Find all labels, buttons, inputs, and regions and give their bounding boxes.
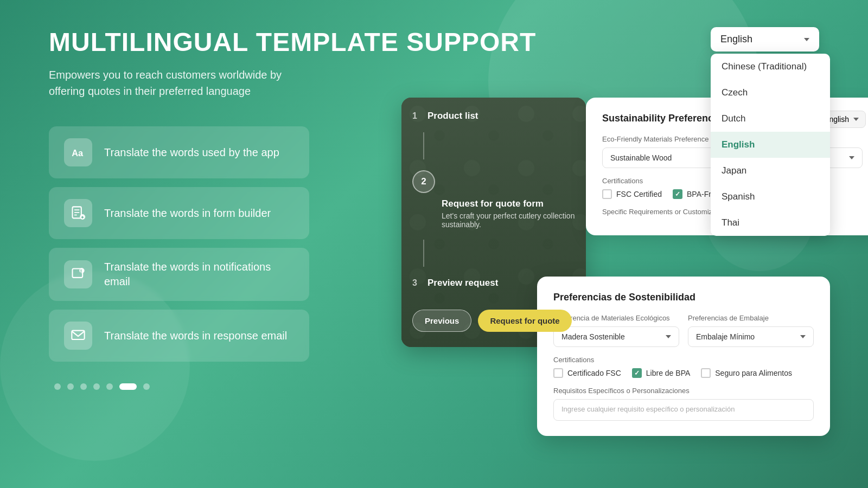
cert-foodsafe-es-checkbox[interactable] [701, 368, 711, 378]
photo-background: 1 Product list 2 Request for quote form … [401, 98, 586, 347]
dot-1[interactable] [54, 383, 61, 390]
step-line-1 [423, 132, 424, 159]
step-1-number: 1 [412, 111, 421, 121]
notification-icon: ! [64, 260, 92, 288]
eco-field-col: Eco-Friendly Materials Preference Sustai… [602, 135, 728, 168]
language-selector-wrapper: English Chinese (Traditional) Czech Dutc… [711, 27, 819, 52]
cert-fsc-en: FSC Certified [602, 189, 662, 199]
form-es-fields-row: Preferencia de Materiales Ecológicos Mad… [553, 314, 814, 347]
request-quote-button[interactable]: Request for quote [478, 310, 571, 332]
feature-response-email-label: Translate the words in response email [104, 329, 287, 343]
svg-text:Aa: Aa [72, 148, 84, 158]
eco-select-value: Sustainable Wood [610, 153, 672, 162]
step-2-label: Request for quote form [442, 198, 575, 209]
lang-option-english[interactable]: English [711, 132, 830, 158]
step-2: 2 [412, 170, 575, 193]
page-title: MULTILINGUAL TEMPLATE SUPPORT [49, 27, 819, 57]
pack-es-select-value: Embalaje Mínimo [696, 332, 755, 341]
lang-option-japan[interactable]: Japan [711, 158, 830, 184]
step-3-label: Preview request [427, 278, 498, 288]
dot-6-active[interactable] [119, 383, 137, 390]
eco-select[interactable]: Sustainable Wood [602, 147, 728, 168]
svg-rect-10 [72, 331, 84, 339]
cert-fsc-es-checkbox[interactable] [553, 368, 563, 378]
step-3: 3 Preview request [412, 278, 575, 288]
cert-foodsafe-es-label: Seguro para Alimentos [715, 369, 792, 377]
pack-es-field-label: Preferencias de Embalaje [688, 314, 814, 322]
dot-7[interactable] [143, 383, 150, 390]
language-dropdown-menu: Chinese (Traditional) Czech Dutch Englis… [711, 54, 830, 236]
step-2-circle: 2 [412, 170, 435, 193]
checkmark-icon: ✓ [675, 190, 680, 198]
specific-label-es: Requisitos Específicos o Personalizacion… [553, 387, 814, 395]
step-1: 1 Product list [412, 111, 575, 121]
step-2-info: Request for quote form Let's craft your … [442, 198, 575, 229]
cert-label-es: Certifications [553, 356, 814, 364]
svg-text:+: + [81, 215, 84, 220]
dot-3[interactable] [80, 383, 87, 390]
chevron-down-icon [804, 38, 809, 41]
feature-form-builder-label: Translate the words in form builder [104, 206, 271, 221]
pack-chevron-icon [849, 156, 854, 159]
checkmark-es-icon: ✓ [634, 369, 640, 377]
steps-navigation: 1 Product list 2 Request for quote form … [412, 111, 575, 288]
dot-5[interactable] [106, 383, 113, 390]
form-es-title: Preferencias de Sostenibilidad [553, 292, 814, 303]
pack-es-chevron-icon [800, 335, 806, 338]
dot-2[interactable] [67, 383, 74, 390]
cert-bpa-es-label: Libre de BPA [646, 369, 690, 377]
text-icon: Aa [64, 138, 92, 166]
cert-bpa-es: ✓ Libre de BPA [632, 368, 690, 378]
pack-es-select[interactable]: Embalaje Mínimo [688, 326, 814, 347]
certifications-row-es: Certificado FSC ✓ Libre de BPA Seguro pa… [553, 368, 814, 378]
features-list: Aa Translate the words used by the app +… [49, 126, 309, 362]
cert-fsc-checkbox[interactable] [602, 189, 612, 199]
language-selected-label: English [720, 34, 752, 45]
feature-response-email: Translate the words in response email [49, 310, 309, 362]
cert-bpa-checkbox[interactable]: ✓ [673, 189, 682, 199]
feature-app-words-label: Translate the words used by the app [104, 145, 279, 160]
lang-option-thai[interactable]: Thai [711, 210, 830, 236]
svg-text:!: ! [80, 269, 82, 274]
panel-lang-chevron-icon [853, 118, 859, 121]
step-2-desc: Let's craft your perfect cutlery collect… [442, 211, 575, 229]
specific-placeholder-es: Ingrese cualquier requisito específico o… [561, 405, 735, 413]
specific-input-es[interactable]: Ingrese cualquier requisito específico o… [553, 399, 814, 421]
lang-option-spanish[interactable]: Spanish [711, 184, 830, 210]
card-navigation: Previous Request for quote [412, 310, 575, 332]
feature-notifications-label: Translate the words in notifications ema… [104, 260, 294, 289]
step-3-number: 3 [412, 278, 421, 288]
photo-card: 1 Product list 2 Request for quote form … [401, 98, 586, 347]
lang-option-dutch[interactable]: Dutch [711, 106, 830, 132]
eco-field-label: Eco-Friendly Materials Preference [602, 135, 728, 143]
step-line-2 [423, 240, 424, 267]
cert-foodsafe-es: Seguro para Alimentos [701, 368, 792, 378]
step-1-label: Product list [427, 111, 478, 121]
form-icon: + [64, 199, 92, 227]
cert-fsc-label: FSC Certified [616, 190, 662, 198]
form-panel-spanish: Preferencias de Sostenibilidad Preferenc… [537, 277, 830, 436]
lang-option-czech[interactable]: Czech [711, 80, 830, 106]
cert-fsc-es: Certificado FSC [553, 368, 621, 378]
email-icon [64, 322, 92, 350]
language-dropdown[interactable]: English [711, 27, 819, 52]
feature-form-builder: + Translate the words in form builder [49, 187, 309, 239]
dot-4[interactable] [93, 383, 100, 390]
lang-option-chinese[interactable]: Chinese (Traditional) [711, 54, 830, 80]
feature-app-words: Aa Translate the words used by the app [49, 126, 309, 178]
cert-fsc-es-label: Certificado FSC [567, 369, 621, 377]
page-subtitle: Empowers you to reach customers worldwid… [49, 67, 320, 99]
cert-bpa-es-checkbox[interactable]: ✓ [632, 368, 642, 378]
feature-notifications: ! Translate the words in notifications e… [49, 248, 309, 301]
previous-button[interactable]: Previous [412, 310, 471, 332]
eco-es-select-value: Madera Sostenible [561, 332, 625, 341]
eco-es-chevron-icon [666, 335, 671, 338]
pack-es-field-col: Preferencias de Embalaje Embalaje Mínimo [688, 314, 814, 347]
